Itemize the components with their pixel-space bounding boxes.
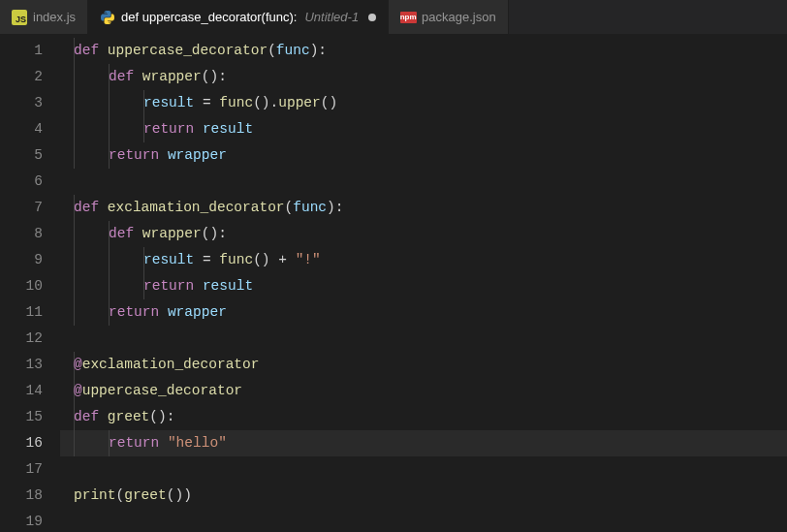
- code-text: def wrapper():: [60, 64, 227, 90]
- code-text: return wrapper: [60, 299, 227, 326]
- token-punc: ().: [253, 95, 278, 110]
- line-number: 6: [0, 169, 43, 195]
- token-var: func: [293, 200, 327, 215]
- token-deco: uppercase_decorator: [82, 383, 242, 398]
- tab-0[interactable]: JSindex.js: [0, 0, 88, 34]
- code-line[interactable]: [60, 169, 787, 195]
- code-line[interactable]: print(greet()): [60, 483, 787, 509]
- code-line[interactable]: return wrapper: [60, 142, 787, 169]
- code-text: def uppercase_decorator(func):: [60, 38, 327, 64]
- token-punc: (): [321, 95, 337, 110]
- code-text: result = func() + "!": [60, 247, 321, 273]
- line-number: 12: [0, 326, 43, 352]
- token-at: @: [74, 383, 82, 398]
- token-deco: exclamation_decorator: [82, 357, 260, 372]
- token-var: result: [203, 278, 253, 294]
- tab-1[interactable]: def uppercase_decorator(func):Untitled-1: [88, 0, 389, 34]
- token-fn: func: [219, 95, 253, 110]
- token-kw: def: [109, 69, 142, 84]
- line-number: 1: [0, 38, 43, 64]
- token-punc: ():: [149, 409, 174, 424]
- code-text: return wrapper: [60, 142, 227, 169]
- line-number: 15: [0, 404, 43, 430]
- code-text: def exclamation_decorator(func):: [60, 195, 343, 221]
- token-kw: return: [109, 304, 168, 320]
- line-number: 2: [0, 64, 43, 90]
- token-at: @: [74, 357, 82, 372]
- token-punc: ):: [310, 43, 327, 58]
- line-number: 18: [0, 483, 43, 509]
- token-fn: greet: [124, 487, 167, 503]
- code-line[interactable]: result = func() + "!": [60, 247, 787, 273]
- token-punc: (: [285, 200, 294, 215]
- code-text: def wrapper():: [60, 221, 227, 247]
- line-number: 19: [0, 509, 43, 532]
- code-text: @exclamation_decorator: [60, 352, 259, 378]
- token-op: +: [270, 252, 296, 267]
- code-line[interactable]: [60, 326, 787, 352]
- token-punc: (: [268, 43, 276, 58]
- token-kw: def: [109, 226, 142, 241]
- python-icon: [100, 10, 115, 25]
- code-line[interactable]: [60, 456, 787, 483]
- token-fn: wrapper: [142, 226, 202, 241]
- code-line[interactable]: def uppercase_decorator(func):: [60, 38, 787, 64]
- code-text: return "hello": [60, 430, 227, 456]
- token-fn: wrapper: [142, 69, 202, 84]
- token-punc: ():: [202, 226, 227, 241]
- token-kw: def: [74, 200, 108, 215]
- code-line[interactable]: def exclamation_decorator(func):: [60, 195, 787, 221]
- token-punc: ():: [202, 69, 227, 84]
- tab-2[interactable]: npmpackage.json: [389, 0, 509, 34]
- tab-label: def uppercase_decorator(func):: [121, 10, 297, 24]
- dirty-indicator-icon: [368, 14, 376, 21]
- line-number: 3: [0, 90, 43, 116]
- token-kw: return: [109, 147, 168, 163]
- token-str: "hello": [168, 435, 227, 451]
- line-number: 16: [0, 430, 43, 456]
- tab-subtitle: Untitled-1: [304, 10, 359, 24]
- code-line[interactable]: [60, 509, 787, 532]
- code-text: @uppercase_decorator: [60, 378, 242, 404]
- tab-label: package.json: [422, 10, 496, 24]
- code-area[interactable]: def uppercase_decorator(func):def wrappe…: [60, 34, 787, 532]
- line-number-gutter: 12345678910111213141516171819: [0, 34, 60, 532]
- token-fn: exclamation_decorator: [108, 200, 285, 215]
- token-op: =: [194, 252, 219, 267]
- line-number: 13: [0, 352, 43, 378]
- token-fn: upper: [278, 95, 321, 110]
- code-text: return result: [60, 116, 253, 142]
- code-line[interactable]: def greet():: [60, 404, 787, 430]
- code-line[interactable]: return result: [60, 273, 787, 299]
- token-punc: (: [116, 487, 125, 503]
- code-line[interactable]: return wrapper: [60, 299, 787, 326]
- code-text: result = func().upper(): [60, 90, 337, 116]
- code-line[interactable]: result = func().upper(): [60, 90, 787, 116]
- line-number: 17: [0, 456, 43, 483]
- line-number: 7: [0, 195, 43, 221]
- code-line[interactable]: def wrapper():: [60, 221, 787, 247]
- token-punc: ()): [167, 487, 192, 503]
- token-var: wrapper: [168, 304, 227, 320]
- tab-bar: JSindex.jsdef uppercase_decorator(func):…: [0, 0, 787, 34]
- code-line[interactable]: def wrapper():: [60, 64, 787, 90]
- token-kw: return: [143, 278, 203, 294]
- code-line[interactable]: return "hello": [60, 430, 787, 456]
- editor[interactable]: 12345678910111213141516171819 def upperc…: [0, 34, 787, 532]
- code-text: def greet():: [60, 404, 174, 430]
- token-op: =: [194, 95, 219, 110]
- code-line[interactable]: @exclamation_decorator: [60, 352, 787, 378]
- line-number: 5: [0, 142, 43, 169]
- line-number: 4: [0, 116, 43, 142]
- code-line[interactable]: @uppercase_decorator: [60, 378, 787, 404]
- token-kw: return: [109, 435, 168, 451]
- token-kw: def: [74, 409, 108, 424]
- token-fn: uppercase_decorator: [108, 43, 268, 58]
- code-text: print(greet()): [60, 483, 192, 509]
- code-line[interactable]: return result: [60, 116, 787, 142]
- token-fn: greet: [108, 409, 150, 424]
- token-punc: (): [253, 252, 269, 267]
- line-number: 11: [0, 299, 43, 326]
- token-punc: ):: [327, 200, 343, 215]
- token-fn: func: [219, 252, 253, 267]
